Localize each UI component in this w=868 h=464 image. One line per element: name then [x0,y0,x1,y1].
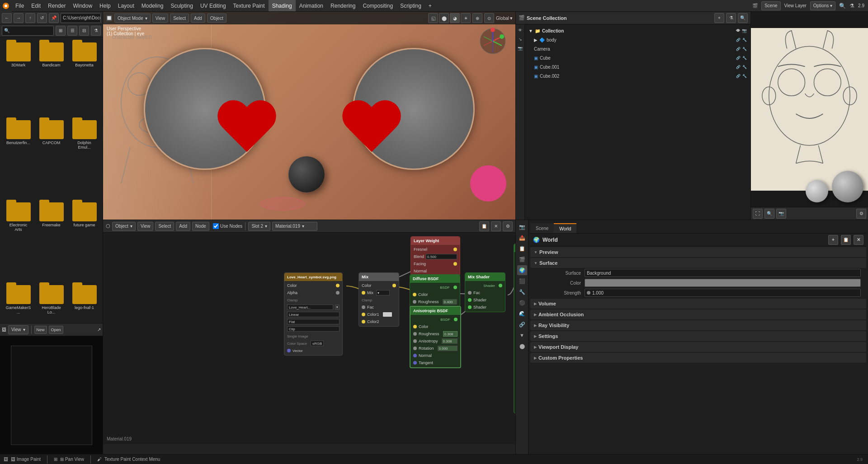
anisotropic-bsdf-node[interactable]: Anisotropic BSDF BSDF Color Roughness [410,306,461,368]
folder-freemake[interactable]: Freemake [37,201,66,279]
physics-props-btn[interactable]: 🌊 [517,309,527,319]
rendered-btn[interactable]: ☀ [461,13,471,23]
up-btn[interactable]: ↑ [25,13,35,23]
fac-in2[interactable] [468,291,472,295]
menu-file[interactable]: File [12,0,28,11]
new-btn[interactable]: New [34,326,47,334]
facing-socket[interactable] [453,262,457,266]
layer-weight-node[interactable]: Layer Weight Fresnel Blend Facing Normal [410,236,460,276]
color-socket[interactable] [336,284,340,287]
search-input[interactable]: 🔍 [2,26,54,36]
aniso-input[interactable] [442,338,458,344]
node-context-dropdown[interactable]: Object▾ [112,222,136,231]
particles-props-btn[interactable]: ⚫ [517,298,527,308]
menu-edit[interactable]: Edit [28,0,44,11]
solid-btn[interactable]: ⬤ [439,13,449,23]
color-in[interactable] [413,293,416,296]
color1-swatch[interactable] [383,312,392,317]
tangent-in[interactable] [413,361,417,365]
blender-logo[interactable] [0,0,12,12]
image-texture-node[interactable]: Love_Heart_symbol.svg.png Color Alpha Cl… [284,272,343,356]
vector-socket[interactable] [287,349,291,352]
use-nodes-checkbox[interactable] [213,223,219,229]
search-btn[interactable]: 🔍 [839,3,846,9]
roughness-input2[interactable] [443,331,458,337]
folder-ea[interactable]: Electronic Arts [4,201,33,279]
roughness-input[interactable] [443,299,457,305]
icon-view-btn[interactable]: ⊟ [79,26,89,36]
image-selector-input[interactable]: Love_Heart... [287,305,333,310]
tab-compositing[interactable]: Compositing [359,0,396,11]
color-value[interactable] [585,279,861,287]
material-dropdown[interactable]: Material.019▾ [272,222,317,231]
tree-scene-collection[interactable]: ▼ 📁 Collection 👁 📷 [527,26,749,35]
tab-sculpting[interactable]: Sculpting [167,0,197,11]
ao-header[interactable]: ▶ Ambient Occlusion [530,309,866,319]
alpha-socket[interactable] [336,291,340,295]
tree-cube[interactable]: ▣ Cube 🔗 🔧 [532,53,749,62]
fac-socket[interactable] [362,305,365,309]
color1-socket[interactable] [362,313,365,316]
object-mode-dropdown[interactable]: Object Mode▾ [114,14,151,23]
bookmark-btn[interactable]: 📌 [49,13,59,23]
del-node-btn[interactable]: ✕ [491,221,501,231]
tab-animation[interactable]: Animation [296,0,327,11]
forward-btn[interactable]: → [14,13,24,23]
node-view-dropdown[interactable]: View [137,222,154,231]
scene-props-btn[interactable]: 🎬 [517,254,527,264]
object-props-btn[interactable]: ⬛ [517,276,527,286]
folder-benutzerfin[interactable]: Benutzerfin... [4,118,33,197]
mix-socket-in[interactable] [362,291,365,295]
folder-capcom[interactable]: CAPCOM [37,118,66,197]
menu-help[interactable]: Help [96,0,114,11]
aniso-in[interactable] [413,339,417,343]
viewport-gizmo[interactable] [479,28,506,56]
scene-render-btn[interactable]: 📷 [516,44,524,52]
overlay-btn[interactable]: ⊕ [472,13,482,23]
scene-vis-btn[interactable]: 👁 [516,26,524,34]
scene-name[interactable]: Scene [761,1,780,10]
material-props-btn[interactable]: ⬤ [517,341,527,351]
select-dropdown[interactable]: Select [170,14,189,23]
color-in2[interactable] [413,325,417,328]
options-btn[interactable]: Options ▾ [810,1,835,10]
ray-header[interactable]: ▶ Ray Visibility [530,320,866,330]
tab-modeling[interactable]: Modeling [138,0,167,11]
world-unlink-btn[interactable]: ✕ [854,235,863,245]
folder-3dmark[interactable]: 3DMark [4,41,33,115]
menu-render[interactable]: Render [44,0,69,11]
tree-camera[interactable]: Camera 🔗 🔧 [532,44,749,53]
new-node-btn[interactable]: 📋 [479,221,489,231]
tree-body[interactable]: ▶ 🔷 body 🔗 🔧 [532,35,749,44]
tree-cube001[interactable]: ▣ Cube.001 🔗 🔧 [532,62,749,71]
viewport-content[interactable]: character sketch [103,12,515,220]
filter-btn[interactable]: ⚗ [849,3,854,9]
view-dropdown[interactable]: View [152,14,169,23]
flat-select[interactable]: Flat [287,319,340,324]
tab-uv-editing[interactable]: UV Editing [197,0,230,11]
tab-scripting[interactable]: Scripting [396,0,425,11]
folder-dolphin[interactable]: Dolphin Emul... [70,118,99,197]
tree-cube002[interactable]: ▣ Cube.002 🔗 🔧 [532,71,749,80]
material-btn[interactable]: ◕ [450,13,460,23]
search-collection-btn[interactable]: 🔍 [738,13,748,23]
folder-future-game[interactable]: future game [70,201,99,279]
linear-select[interactable]: Linear [287,312,340,317]
modifier-props-btn[interactable]: 🔧 [517,287,527,297]
principled-bsdf-node[interactable]: Principled BSDF BSDF GGX Christensen-Bur… [514,244,515,413]
maximize-btn[interactable]: ⛶ [753,209,763,219]
shader1-in[interactable] [468,298,472,302]
constraints-props-btn[interactable]: 🔗 [517,319,527,329]
output-props-btn[interactable]: 📤 [517,233,527,243]
shader2-in[interactable] [468,305,472,309]
tab-layout[interactable]: Layout [114,0,138,11]
blend-input[interactable] [426,254,457,259]
filter-collection-btn[interactable]: ⚗ [726,13,736,23]
tab-texture-paint[interactable]: Texture Paint [230,0,269,11]
scene-sel-btn[interactable]: ↘ [516,35,524,43]
scene-tab[interactable]: Scene [530,223,554,233]
preview-header[interactable]: ▼ Preview [530,247,866,257]
roughness-in2[interactable] [413,332,417,336]
shader-socket-out[interactable] [499,284,502,287]
world-new-btn[interactable]: + [828,235,838,245]
